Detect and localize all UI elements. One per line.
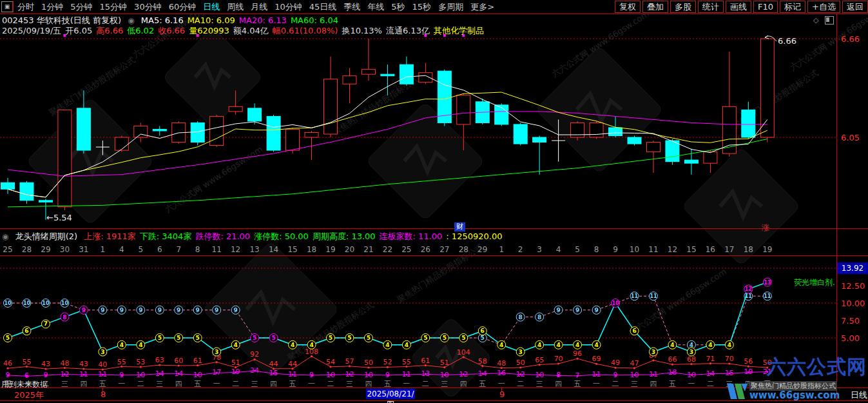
panel-maximize-icon[interactable] (825, 16, 834, 25)
date-tick: 4 (119, 245, 124, 254)
menu-item-60分钟[interactable]: 60分钟 (169, 1, 197, 13)
ohlc-segment: 量620993 (189, 26, 229, 35)
indicator-param: 涨停数: 50.00 (254, 231, 309, 241)
menu-item-季线[interactable]: 季线 (343, 1, 360, 13)
svg-text:5: 5 (347, 335, 351, 341)
dropdown-icon[interactable]: ◉ (128, 16, 134, 25)
svg-text:10: 10 (23, 300, 31, 306)
menu-item-分时[interactable]: 分时 (17, 1, 34, 13)
menu-item-10分钟[interactable]: 10分钟 (275, 1, 302, 13)
svg-text:10: 10 (687, 371, 696, 379)
svg-text:18: 18 (668, 368, 677, 377)
menu-item-1分钟[interactable]: 1分钟 (41, 1, 63, 13)
svg-text:3: 3 (101, 349, 104, 355)
menu-item-多周期[interactable]: 多周期 (438, 1, 463, 13)
svg-text:12: 12 (459, 370, 468, 378)
selected-date-badge[interactable]: 2025/08/21/四 (366, 389, 415, 399)
stock-title: 002453 华软科技(日线 前复权) (2, 15, 121, 25)
svg-text:5: 5 (443, 335, 447, 341)
svg-text:10: 10 (535, 371, 544, 379)
date-tick: 19 (762, 245, 772, 254)
toolbar-button-+自选[interactable]: +自选 (807, 1, 840, 13)
menu-item-5秒[interactable]: 5秒 (391, 1, 405, 13)
toolbar-button-标记[interactable]: 标记 (780, 1, 805, 13)
svg-text:58: 58 (478, 357, 487, 366)
svg-text:43: 43 (79, 360, 88, 368)
status-month-sep: 9 (499, 389, 505, 399)
toolbar-button-复权[interactable]: 复权 (615, 1, 641, 13)
svg-text:10: 10 (193, 371, 202, 379)
current-value-badge: 13.92 (837, 262, 868, 274)
svg-text:66: 66 (668, 355, 677, 364)
menu-item-30分钟[interactable]: 30分钟 (134, 1, 162, 13)
svg-text:19: 19 (231, 368, 240, 376)
financial-report-marker[interactable]: 财 (454, 222, 465, 231)
related-stock-tag[interactable]: 荧光增白剂. (794, 277, 835, 288)
svg-text:4: 4 (120, 342, 124, 348)
svg-text:52: 52 (383, 358, 392, 366)
indicator-params: 上涨: 1911家下跌: 3404家跌停数: 21.00涨停数: 50.00周期… (84, 231, 506, 241)
svg-text:65: 65 (535, 356, 544, 364)
svg-text:70: 70 (554, 355, 563, 363)
svg-text:15: 15 (269, 369, 278, 377)
svg-text:5: 5 (253, 335, 256, 341)
app-window: 六六公式网 www.66gsw.com聚焦热门精品炒股指标公式六六公式网 www… (0, 0, 868, 403)
date-tick: 16 (706, 245, 715, 254)
svg-text:6: 6 (481, 328, 485, 334)
svg-text:8: 8 (63, 314, 66, 320)
svg-text:10: 10 (136, 371, 145, 379)
svg-text:5: 5 (271, 335, 275, 341)
date-tick: 3 (537, 245, 542, 254)
toolbar-button-F10[interactable]: F10 (753, 1, 778, 13)
svg-text:24: 24 (250, 366, 259, 375)
toolbar-button-统计[interactable]: 统计 (698, 1, 724, 13)
svg-text:5: 5 (158, 335, 162, 341)
svg-text:4: 4 (670, 342, 674, 348)
lower-axis-label: 12.50 (841, 281, 865, 291)
toolbar-button-多股[interactable]: 多股 (670, 1, 696, 13)
date-tick: 30 (60, 245, 70, 254)
svg-text:9: 9 (575, 307, 579, 313)
menu-item-周线[interactable]: 周线 (227, 1, 244, 13)
toolbar-button-返回[interactable]: 返回 (842, 1, 868, 13)
svg-text:9: 9 (215, 307, 218, 313)
date-tick: 8 (195, 245, 200, 254)
menu-item-15秒[interactable]: 15秒 (412, 1, 432, 13)
date-tick: 18 (744, 245, 753, 254)
svg-text:10: 10 (326, 371, 335, 379)
window-icon[interactable]: ▣ (1, 1, 14, 12)
svg-text:50: 50 (516, 359, 525, 367)
svg-text:4: 4 (234, 342, 238, 348)
ohlc-segment: 额4.04亿 (233, 26, 269, 35)
svg-text:5: 5 (481, 335, 485, 341)
limit-up-marker[interactable]: 涨 (762, 222, 769, 233)
svg-text:63: 63 (155, 356, 164, 364)
toolbar-button-叠加[interactable]: 叠加 (642, 1, 668, 13)
svg-text:4: 4 (499, 342, 503, 348)
menu-item-更多>[interactable]: 更多> (470, 1, 494, 13)
menu-item-5分钟[interactable]: 5分钟 (70, 1, 92, 13)
indicator-icon[interactable]: ◉ (2, 232, 8, 241)
menu-item-日线[interactable]: 日线 (203, 1, 220, 13)
date-tick: 2 (518, 245, 523, 254)
indicator-name[interactable]: 龙头情绪周期(2) (15, 231, 77, 241)
svg-text:9: 9 (43, 371, 48, 379)
date-tick: 5 (575, 245, 580, 254)
svg-text:8: 8 (519, 314, 523, 320)
date-tick: 15 (287, 245, 297, 254)
svg-text:10: 10 (612, 300, 619, 306)
svg-text:11: 11 (402, 370, 411, 378)
svg-text:11: 11 (79, 370, 88, 378)
menu-item-45日线[interactable]: 45日线 (309, 1, 337, 13)
menu-item-年线[interactable]: 年线 (367, 1, 384, 13)
diamond-icon[interactable]: ◇ (813, 16, 818, 25)
menu-item-15分钟[interactable]: 15分钟 (100, 1, 128, 13)
menu-item-月线[interactable]: 月线 (251, 1, 267, 13)
ohlc-segment: 2025/09/19/五 (2, 26, 61, 35)
svg-text:55: 55 (117, 358, 126, 366)
svg-text:56: 56 (744, 357, 753, 366)
svg-text:5: 5 (196, 335, 200, 341)
toolbar-button-画线[interactable]: 画线 (726, 1, 751, 13)
svg-text:8: 8 (556, 371, 561, 379)
svg-text:55: 55 (22, 358, 31, 366)
